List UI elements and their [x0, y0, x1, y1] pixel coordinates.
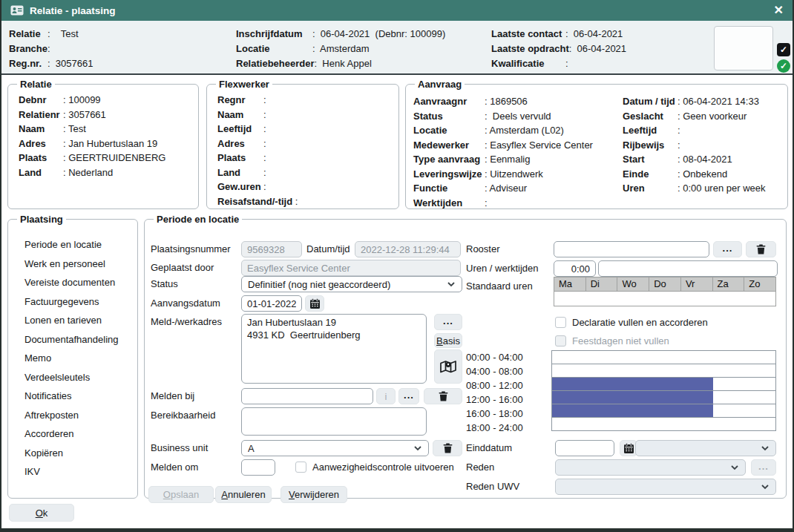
summary-value: : 06-04-2021: [565, 27, 623, 42]
business-unit-delete-button[interactable]: [433, 440, 462, 456]
day-header: Do: [649, 277, 681, 292]
status-select-value: Definitief (nog niet geaccordeerd): [248, 279, 447, 290]
dialog-relatie-plaatsing: Relatie - plaatsing ✕ Relatie: Test Bran…: [0, 0, 794, 532]
header-summary: Relatie: Test Branche: Reg.nr.: 3057661 …: [1, 21, 793, 75]
day-header: Di: [586, 277, 618, 292]
info-value: : Geen voorkeur: [677, 109, 747, 124]
checkbox-status-icon[interactable]: ✓: [777, 43, 790, 56]
info-value: :: [263, 180, 266, 194]
timeslot-bar[interactable]: [551, 404, 776, 418]
aanvraag-right-column: Datum / tijd: 06-04-2021 14:33 Geslacht:…: [618, 94, 785, 196]
verwijderen-button[interactable]: Verwijderen: [280, 486, 347, 503]
sidebar-item-ikv[interactable]: IKV: [14, 462, 131, 482]
timeslot-bar[interactable]: [551, 364, 776, 378]
info-value: :: [485, 196, 488, 211]
trash-icon: [756, 244, 766, 254]
standaard-uren-label: Standaard uren: [466, 278, 533, 295]
declaratie-checkbox[interactable]: [555, 317, 566, 328]
trash-icon: [443, 443, 453, 453]
info-value: :: [263, 108, 266, 122]
day-values-row[interactable]: [554, 292, 776, 306]
business-unit-label: Business unit: [151, 440, 208, 456]
sidebar-item-werk-en-personeel[interactable]: Werk en personeel: [14, 254, 131, 274]
summary-label: Laatste contact: [491, 27, 565, 42]
rooster-delete-button[interactable]: [746, 241, 776, 257]
timeslot-bar[interactable]: [551, 350, 776, 364]
group-periode-title: Periode en locatie: [154, 214, 242, 225]
day-header: Wo: [617, 277, 649, 292]
info-value: :: [263, 137, 266, 151]
chevron-down-icon: [761, 484, 770, 490]
summary-label: Laatste opdracht: [491, 42, 569, 56]
info-value: : Nederland: [63, 165, 113, 180]
group-aanvraag-title: Aanvraag: [415, 79, 465, 90]
ok-button[interactable]: Ok: [9, 504, 74, 522]
info-label: Leeftijd: [217, 122, 263, 137]
aanvangsdatum-input[interactable]: [241, 295, 302, 312]
aanvangsdatum-calendar-button[interactable]: [305, 295, 324, 312]
approved-status-icon: ✓: [777, 59, 790, 73]
sidebar-item-lonen-en-tarieven[interactable]: Lonen en tarieven: [14, 311, 131, 330]
sidebar-item-accorderen[interactable]: Accorderen: [14, 424, 131, 444]
rooster-input[interactable]: [554, 241, 709, 257]
meldwerkadres-browse-button[interactable]: ...: [434, 314, 462, 330]
rooster-browse-button[interactable]: ...: [713, 241, 742, 257]
map-button[interactable]: [434, 349, 462, 384]
summary-value: : Amsterdam: [312, 42, 370, 56]
sidebar-item-memo[interactable]: Memo: [14, 349, 131, 368]
timeslot-bar[interactable]: [551, 390, 776, 404]
einddatum-label: Einddatum: [466, 440, 512, 456]
summary-label: Kwalificatie: [491, 56, 565, 71]
werktijden-input[interactable]: [598, 260, 778, 277]
bereikbaarheid-textarea[interactable]: [241, 407, 427, 436]
info-label: Adres: [19, 137, 63, 151]
sidebar-item-aftrekposten[interactable]: Aftrekposten: [14, 406, 131, 425]
reden-browse-button: ...: [751, 459, 776, 476]
status-select[interactable]: Definitief (nog niet geaccordeerd): [241, 276, 462, 292]
timeslot-bars: [551, 350, 776, 431]
summary-value: : 06-04-2021 (Debnr: 100099): [312, 27, 445, 42]
timeslot-bar[interactable]: [551, 377, 776, 391]
info-label: Medewerker: [413, 138, 485, 153]
info-value: :: [677, 123, 680, 138]
meldwerkadres-textarea[interactable]: Jan Hubertuslaan 19 4931 KD Geertruidenb…: [241, 314, 427, 384]
plaatsing-menu: Periode en locatie Werk en personeel Ver…: [14, 228, 131, 482]
reden-uwv-select: [555, 479, 776, 495]
info-label: Gew.uren: [217, 180, 263, 194]
summary-value: : 06-04-2021: [569, 42, 626, 56]
sidebar-item-verdeelsleutels[interactable]: Verdeelsleutels: [14, 368, 131, 387]
info-label: Naam: [217, 108, 263, 122]
sidebar-item-factuurgegevens[interactable]: Factuurgegevens: [14, 292, 131, 312]
group-plaatsing-menu: Plaatsing Periode en locatie Werk en per…: [7, 214, 138, 499]
summary-col-inschrijving: Inschrijfdatum: 06-04-2021 (Debnr: 10009…: [236, 27, 445, 71]
summary-value: :: [565, 56, 568, 71]
timeslot-bar[interactable]: [551, 417, 776, 431]
uren-input[interactable]: [554, 260, 596, 277]
melden-bij-input[interactable]: [241, 388, 373, 404]
bereikbaarheid-label: Bereikbaarheid: [151, 407, 215, 424]
sidebar-item-periode-en-locatie[interactable]: Periode en locatie: [14, 235, 131, 254]
melden-bij-delete-button[interactable]: [424, 388, 462, 404]
info-label: Land: [217, 165, 263, 180]
einddatum-input[interactable]: [555, 440, 614, 456]
aanwezigheidscontrole-checkbox[interactable]: [295, 462, 306, 473]
calendar-icon: [623, 443, 634, 454]
timeslot-label: 18:00 - 24:00: [466, 421, 523, 435]
melden-om-input[interactable]: [241, 459, 275, 476]
basis-button[interactable]: Basis: [434, 333, 462, 348]
sidebar-item-notificaties[interactable]: Notificaties: [14, 387, 131, 406]
annuleren-button[interactable]: Annuleren: [215, 486, 272, 503]
summary-col-relatie: Relatie: Test Branche: Reg.nr.: 3057661: [9, 27, 93, 71]
day-header: Zo: [744, 277, 776, 292]
melden-bij-browse-button[interactable]: ...: [398, 388, 419, 404]
sidebar-item-kopieren[interactable]: Kopiëren: [14, 444, 131, 463]
sidebar-item-vereiste-documenten[interactable]: Vereiste documenten: [14, 273, 131, 292]
sidebar-item-documentafhandeling[interactable]: Documentafhandeling: [14, 330, 131, 349]
info-value: :: [263, 165, 266, 180]
photo-placeholder: [714, 26, 773, 70]
map-icon: [439, 358, 457, 375]
summary-value: : Henk Appel: [315, 56, 372, 71]
business-unit-select[interactable]: A: [241, 440, 429, 456]
close-icon[interactable]: ✕: [774, 4, 784, 16]
summary-label: Inschrijfdatum: [236, 27, 312, 42]
